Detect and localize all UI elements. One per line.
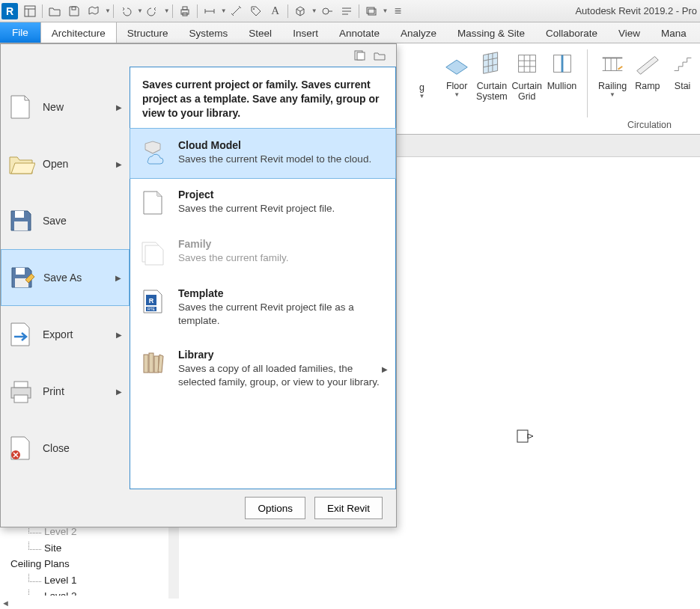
file-menu-dropdown: New▶ Open▶ Save Save As▶ Export▶ Print▶ xyxy=(0,43,397,527)
svg-rect-0 xyxy=(25,6,35,16)
svg-rect-37 xyxy=(517,430,528,442)
undo-icon[interactable] xyxy=(117,2,135,20)
svg-rect-46 xyxy=(14,395,28,403)
mullion-icon xyxy=(548,49,576,78)
file-menu-export[interactable]: Export▶ xyxy=(1,306,130,363)
submenu-header: Saves current project or family. Saves c… xyxy=(130,67,395,129)
save-as-family: FamilySaves the current family. xyxy=(130,227,395,277)
tab-view[interactable]: View xyxy=(608,22,651,43)
cursor-icon xyxy=(517,429,535,443)
svg-rect-3 xyxy=(72,7,76,10)
recent-docs-small-icon[interactable] xyxy=(353,49,368,62)
save-as-library[interactable]: LibrarySaves a copy of all loaded famili… xyxy=(130,338,395,400)
tab-manage[interactable]: Mana xyxy=(651,22,697,43)
open-icon[interactable] xyxy=(46,2,64,20)
file-menu-save-as[interactable]: Save As▶ xyxy=(1,249,130,306)
svg-rect-41 xyxy=(14,221,28,230)
text-icon[interactable]: A xyxy=(267,2,284,20)
thin-lines-icon[interactable] xyxy=(338,2,356,20)
tab-systems[interactable]: Systems xyxy=(179,22,239,43)
print-icon[interactable] xyxy=(176,2,194,20)
file-menu-new[interactable]: New▶ xyxy=(1,79,130,135)
switch-windows-icon[interactable]: ≡ xyxy=(389,2,407,20)
ribbon-btn-curtain-grid[interactable]: Curtain Grid xyxy=(509,46,544,134)
save-as-cloud-model[interactable]: Cloud ModelSaves the current Revit model… xyxy=(130,128,396,179)
3d-view-icon[interactable] xyxy=(291,2,309,20)
project-file-icon xyxy=(139,189,168,217)
redo-icon[interactable] xyxy=(144,2,162,20)
tab-file[interactable]: File xyxy=(0,22,40,43)
measure-icon[interactable] xyxy=(201,2,219,20)
family-file-icon xyxy=(139,238,168,266)
menu-bar: File Architecture Structure Systems Stee… xyxy=(0,22,700,43)
file-menu-footer: Options Exit Revit xyxy=(1,489,396,527)
file-menu-print[interactable]: Print▶ xyxy=(1,363,130,420)
svg-line-10 xyxy=(232,7,240,15)
svg-rect-45 xyxy=(14,382,28,388)
svg-rect-53 xyxy=(149,353,153,373)
save-as-submenu: Saves current project or family. Saves c… xyxy=(130,67,396,489)
file-menu-left-column: New▶ Open▶ Save Save As▶ Export▶ Print▶ xyxy=(1,67,130,489)
tree-item[interactable]: Level 2 xyxy=(7,588,77,596)
tab-architecture[interactable]: Architecture xyxy=(40,22,117,43)
properties-icon[interactable] xyxy=(21,2,39,20)
tag-icon[interactable] xyxy=(247,2,265,20)
tree-item[interactable]: Ceiling Plans xyxy=(7,556,77,572)
ramp-icon xyxy=(633,49,662,78)
open-folder-icon xyxy=(7,150,35,178)
svg-rect-5 xyxy=(183,7,187,10)
svg-rect-40 xyxy=(15,211,24,218)
aligned-dim-icon[interactable] xyxy=(228,2,246,20)
options-button[interactable]: Options xyxy=(245,497,305,519)
ribbon-btn-floor[interactable]: Floor▼ xyxy=(439,46,475,134)
save-as-disk-icon xyxy=(7,263,36,292)
save-as-project[interactable]: ProjectSaves the current Revit project f… xyxy=(130,178,395,227)
ribbon-btn-mullion[interactable]: Mullion xyxy=(544,46,579,134)
save-as-template[interactable]: RRTE TemplateSaves the current Revit pro… xyxy=(130,277,395,338)
ribbon-group-circulation: Circulation xyxy=(599,120,700,130)
svg-point-14 xyxy=(323,8,329,14)
railing-icon xyxy=(598,49,627,78)
quick-access-toolbar: R ▼ ▼ ▼ ▼ A ▼ ▼ ≡ Autodesk Revit 2019.2 … xyxy=(0,0,700,22)
tab-collaborate[interactable]: Collaborate xyxy=(535,22,608,43)
tree-item[interactable]: Site xyxy=(7,540,77,557)
file-menu-save[interactable]: Save xyxy=(1,192,130,249)
project-browser[interactable]: Level 2 Site Ceiling Plans Level 1 Level… xyxy=(7,524,77,596)
svg-point-13 xyxy=(253,8,255,10)
submenu-arrow-icon: ▶ xyxy=(382,365,388,373)
export-icon xyxy=(7,320,35,349)
save-disk-icon xyxy=(7,206,35,235)
svg-rect-39 xyxy=(357,52,365,60)
file-menu-open[interactable]: Open▶ xyxy=(1,135,130,192)
template-file-icon: RRTE xyxy=(139,287,168,316)
ribbon-btn-cut[interactable]: g▼ xyxy=(404,46,439,134)
print-icon xyxy=(7,377,35,406)
curtain-grid-icon xyxy=(513,49,541,78)
recent-docs-large-icon[interactable] xyxy=(372,49,387,62)
tab-insert[interactable]: Insert xyxy=(282,22,329,43)
tree-item[interactable]: Level 1 xyxy=(7,572,77,589)
new-file-icon xyxy=(7,93,35,121)
close-windows-icon[interactable] xyxy=(362,2,380,20)
tab-massing-site[interactable]: Massing & Site xyxy=(447,22,535,43)
exit-revit-button[interactable]: Exit Revit xyxy=(314,497,383,519)
sync-icon[interactable] xyxy=(85,2,103,20)
save-icon[interactable] xyxy=(65,2,83,20)
scroll-left-arrow[interactable]: ◄ xyxy=(1,599,10,608)
floor-icon xyxy=(442,49,471,78)
tab-annotate[interactable]: Annotate xyxy=(329,22,390,43)
svg-rect-25 xyxy=(518,55,535,73)
revit-logo-icon[interactable]: R xyxy=(1,3,18,19)
ribbon-btn-curtain-system[interactable]: Curtain System xyxy=(475,46,510,134)
cloud-model-icon xyxy=(139,139,168,168)
stair-icon xyxy=(669,49,697,78)
library-icon xyxy=(139,349,168,377)
tab-analyze[interactable]: Analyze xyxy=(390,22,447,43)
file-menu-close[interactable]: Close xyxy=(1,420,130,477)
tab-structure[interactable]: Structure xyxy=(117,22,179,43)
close-file-icon xyxy=(7,434,35,462)
svg-rect-52 xyxy=(144,355,148,373)
section-icon[interactable] xyxy=(318,2,336,20)
tab-steel[interactable]: Steel xyxy=(238,22,282,43)
svg-rect-42 xyxy=(16,268,25,275)
